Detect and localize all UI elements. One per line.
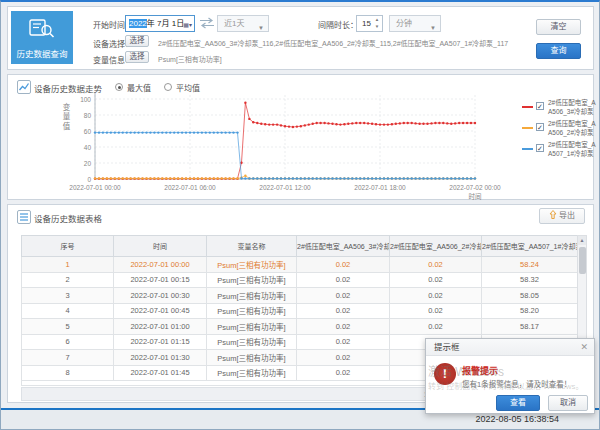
column-header[interactable]: 序号 (22, 236, 114, 257)
module-tile[interactable]: 历史数据查询 (11, 11, 73, 64)
legend-checkbox[interactable]: ✓ (536, 102, 544, 110)
table-cell: 8 (22, 365, 114, 381)
table-row[interactable]: 22022-07-01 00:15Psum[三相有功功率]0.020.0258.… (22, 272, 578, 288)
table-cell: 0.02 (390, 288, 482, 304)
legend-line-sample (522, 106, 533, 108)
stepper-arrows-icon[interactable]: ▲▼ (373, 17, 381, 30)
column-header[interactable]: 2#低压配电室_AA506_3#冷却泵... (297, 236, 390, 257)
table-cell: 0.02 (390, 257, 482, 273)
interval-value: 15 (362, 19, 371, 28)
table-cell: 2022-07-01 01:45 (114, 365, 207, 381)
interval-stepper[interactable]: 15 ▲▼ (356, 15, 383, 32)
calendar-dropdown-icon[interactable]: ▦▾ (183, 18, 192, 33)
status-timestamp: 2022-08-05 16:38:54 (475, 414, 559, 424)
legend-line-sample (522, 127, 533, 129)
table-cell: Psum[三相有功功率] (207, 365, 297, 381)
scrollbar-thumb[interactable] (579, 247, 586, 274)
alert-dialog: 提示框 ✕ ! 报警提示 您有1条报警信息，请及时查看！ 查看 取消 (425, 338, 595, 414)
interval-unit-select[interactable]: 分钟 ▼ (389, 15, 441, 32)
table-cell: 2022-07-01 00:00 (114, 257, 207, 273)
alert-message: 您有1条报警信息，请及时查看！ (462, 378, 571, 389)
table-cell: 0.02 (297, 334, 390, 350)
svg-text:2022-07-02 00:00: 2022-07-02 00:00 (449, 184, 501, 191)
start-date-input[interactable]: 2022年 7月 1日 ▦▾ (125, 15, 195, 32)
table-cell: 0.02 (297, 350, 390, 366)
table-cell: 0.02 (297, 288, 390, 304)
module-title: 历史数据查询 (11, 47, 73, 59)
table-cell: 0.02 (297, 257, 390, 273)
table-cell: Psum[三相有功功率] (207, 334, 297, 350)
svg-text:2022-07-01 06:00: 2022-07-01 06:00 (164, 184, 216, 191)
svg-text:40: 40 (84, 144, 92, 151)
svg-text:时间: 时间 (469, 192, 482, 201)
column-header[interactable]: 变量名称 (207, 236, 297, 257)
column-header[interactable]: 2#低压配电室_AA507_1#冷却泵... (482, 236, 578, 257)
close-icon[interactable]: ✕ (580, 342, 588, 353)
legend-label: 2#低压配电室_AA507_1#冷却泵 (548, 140, 596, 158)
table-row[interactable]: 32022-07-01 00:30Psum[三相有功功率]0.020.0258.… (22, 288, 578, 304)
table-cell: 0.02 (297, 272, 390, 288)
table-cell: 6 (22, 334, 114, 350)
table-cell: 2022-07-01 00:15 (114, 272, 207, 288)
swap-arrows-icon[interactable] (199, 17, 215, 29)
query-button[interactable]: 查询 (536, 43, 581, 59)
export-label: 导出 (559, 211, 575, 220)
quick-range-value: 近1天 (224, 19, 244, 28)
view-button[interactable]: 查看 (496, 395, 540, 411)
table-cell: 2 (22, 272, 114, 288)
export-button[interactable]: 导出 (539, 208, 585, 224)
clear-button[interactable]: 清空 (536, 19, 581, 35)
chart-legend: ✓ 2#低压配电室_AA506_3#冷却泵 ✓ 2#低压配电室_AA506_2#… (522, 97, 594, 160)
legend-checkbox[interactable]: ✓ (536, 123, 544, 131)
legend-item: ✓ 2#低压配电室_AA507_1#冷却泵 (522, 139, 594, 160)
table-cell: 0.02 (297, 319, 390, 335)
history-query-icon (27, 19, 57, 41)
table-cell: 0.02 (390, 272, 482, 288)
table-cell: 58.20 (482, 303, 578, 319)
table-cell: 58.32 (482, 272, 578, 288)
table-cell: Psum[三相有功功率] (207, 288, 297, 304)
table-cell: Psum[三相有功功率] (207, 303, 297, 319)
scroll-up-icon[interactable]: ▲ (578, 236, 586, 245)
table-head: 序号时间变量名称2#低压配电室_AA506_3#冷却泵...2#低压配电室_AA… (22, 236, 578, 257)
date-year-selected: 2022 (129, 19, 147, 28)
cancel-button[interactable]: 取消 (548, 395, 588, 411)
table-cell: 58.17 (482, 319, 578, 335)
interval-label: 间隔时长： (318, 19, 358, 30)
table-section-title: 设备历史数据表格 (34, 212, 102, 224)
variable-value: Psum[三相有功功率] (158, 54, 222, 64)
svg-text:2022-07-01 12:00: 2022-07-01 12:00 (259, 184, 311, 191)
legend-checkbox[interactable]: ✓ (536, 144, 544, 152)
column-header[interactable]: 时间 (114, 236, 207, 257)
column-header[interactable]: 2#低压配电室_AA506_2#冷却泵... (390, 236, 482, 257)
table-cell: 3 (22, 288, 114, 304)
table-cell: 2022-07-01 00:30 (114, 288, 207, 304)
export-up-arrow-icon (549, 210, 557, 219)
svg-text:60: 60 (84, 128, 92, 135)
trend-panel: 设备历史数据走势 最大值 平均值 变量值 0204060801002022-07… (7, 74, 594, 200)
table-row[interactable]: 42022-07-01 00:45Psum[三相有功功率]0.020.0258.… (22, 303, 578, 319)
variable-select-button[interactable]: 选择 (125, 51, 149, 63)
table-cell: 7 (22, 350, 114, 366)
table-cell: 5 (22, 319, 114, 335)
chevron-down-icon: ▼ (430, 21, 436, 36)
table-row[interactable]: 12022-07-01 00:00Psum[三相有功功率]0.020.0258.… (22, 257, 578, 273)
table-cell: 0.02 (297, 303, 390, 319)
table-cell: Psum[三相有功功率] (207, 257, 297, 273)
table-row[interactable]: 52022-07-01 01:00Psum[三相有功功率]0.020.0258.… (22, 319, 578, 335)
table-cell: 2022-07-01 01:00 (114, 319, 207, 335)
svg-text:20: 20 (84, 160, 92, 167)
legend-item: ✓ 2#低压配电室_AA506_3#冷却泵 (522, 97, 594, 118)
data-table-icon (17, 210, 31, 224)
table-cell: Psum[三相有功功率] (207, 350, 297, 366)
device-value: 2#低压配电室_AA506_3#冷却泵_116,2#低压配电室_AA506_2#… (158, 38, 508, 48)
svg-text:2022-07-01 00:00: 2022-07-01 00:00 (69, 184, 121, 191)
trend-chart: 0204060801002022-07-01 00:002022-07-01 0… (8, 75, 595, 201)
svg-text:80: 80 (84, 112, 92, 119)
alert-title: 报警提示 (462, 364, 498, 377)
svg-text:2022-07-01 18:00: 2022-07-01 18:00 (354, 184, 406, 191)
table-cell: 0.02 (390, 303, 482, 319)
legend-label: 2#低压配电室_AA506_2#冷却泵 (548, 119, 596, 137)
device-select-button[interactable]: 选择 (125, 35, 149, 47)
quick-range-select[interactable]: 近1天 ▼ (217, 15, 269, 32)
